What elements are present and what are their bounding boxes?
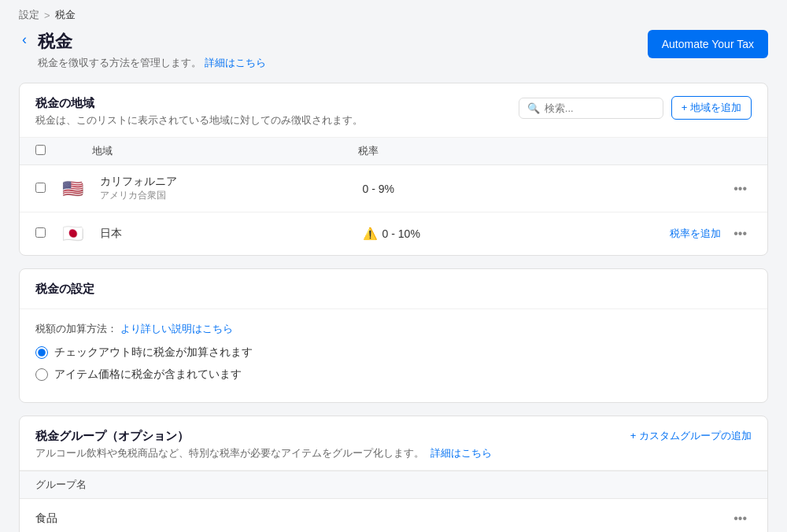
region-info-japan: 日本 <box>94 227 353 241</box>
region-name: 日本 <box>100 227 353 241</box>
search-icon: 🔍 <box>527 102 540 114</box>
add-region-button[interactable]: + 地域を追加 <box>671 96 752 120</box>
groups-desc-link[interactable]: 詳細はこちら <box>430 447 492 459</box>
row-actions-california: ••• <box>625 180 752 198</box>
more-options-button[interactable]: ••• <box>729 510 752 527</box>
more-options-button[interactable]: ••• <box>729 180 752 198</box>
page-header-left: ‹ 税金 税金を徴収する方法を管理します。 詳細はこちら <box>19 30 266 70</box>
search-box: 🔍 <box>519 98 663 119</box>
region-sub: アメリカ合衆国 <box>100 189 353 202</box>
radio-label-2: アイテム価格に税金が含まれています <box>54 368 242 382</box>
row-rate-california: 0 - 9% <box>363 183 616 195</box>
tax-settings-card: 税金の設定 税額の加算方法： より詳しい説明はこちら チェックアウト時に税金が加… <box>19 268 768 403</box>
tax-regions-title-group: 税金の地域 税金は、このリストに表示されている地域に対してのみ徴収されます。 <box>35 96 363 127</box>
tax-groups-card: 税金グループ（オプション） アルコール飲料や免税商品など、特別な税率が必要なアイ… <box>19 416 768 532</box>
rate-value: 0 - 10% <box>382 227 420 240</box>
radio-option-2[interactable]: アイテム価格に税金が含まれています <box>35 368 752 382</box>
breadcrumb-separator: > <box>44 9 50 21</box>
calc-detail-link[interactable]: より詳しい説明はこちら <box>120 323 233 334</box>
page-subtitle-link[interactable]: 詳細はこちら <box>205 57 266 68</box>
page-subtitle-text: 税金を徴収する方法を管理します。 <box>38 57 201 68</box>
list-item: 食品 ••• <box>20 499 767 532</box>
tax-settings-body: 税額の加算方法： より詳しい説明はこちら チェックアウト時に税金が加算されます … <box>20 309 767 402</box>
table-row: 🇯🇵 日本 ⚠️ 0 - 10% 税率を追加 ••• <box>20 212 767 255</box>
groups-header-row: 税金グループ（オプション） アルコール飲料や免税商品など、特別な税率が必要なアイ… <box>35 429 752 460</box>
regions-table-head: 地域 税率 <box>20 138 767 165</box>
flag-us: 🇺🇸 <box>61 177 84 201</box>
tax-regions-header-row: 税金の地域 税金は、このリストに表示されている地域に対してのみ徴収されます。 🔍… <box>35 96 752 127</box>
more-options-button[interactable]: ••• <box>729 225 752 242</box>
groups-title-group: 税金グループ（オプション） アルコール飲料や免税商品など、特別な税率が必要なアイ… <box>35 429 492 460</box>
tax-regions-actions: 🔍 + 地域を追加 <box>519 96 752 120</box>
radio-checkout[interactable] <box>35 346 48 359</box>
calc-label-text: 税額の加算方法： <box>35 323 117 334</box>
tax-settings-title: 税金の設定 <box>35 282 752 297</box>
radio-included[interactable] <box>35 368 48 381</box>
tax-settings-header: 税金の設定 <box>20 269 767 309</box>
groups-desc-text: アルコール飲料や免税商品など、特別な税率が必要なアイテムをグループ化します。 <box>35 447 424 459</box>
tax-regions-desc: 税金は、このリストに表示されている地域に対してのみ徴収されます。 <box>35 113 363 127</box>
tax-groups-desc: アルコール飲料や免税商品など、特別な税率が必要なアイテムをグループ化します。 詳… <box>35 446 492 460</box>
automate-tax-button[interactable]: Automate Your Tax <box>648 30 768 58</box>
main-content: 税金の地域 税金は、このリストに表示されている地域に対してのみ徴収されます。 🔍… <box>0 83 787 532</box>
breadcrumb-parent[interactable]: 設定 <box>19 8 39 22</box>
flag-jp: 🇯🇵 <box>61 222 84 246</box>
col-rate-header: 税率 <box>358 144 615 158</box>
head-check <box>35 145 51 157</box>
table-row: 🇺🇸 カリフォルニア アメリカ合衆国 0 - 9% ••• <box>20 165 767 212</box>
breadcrumb: 設定 > 税金 <box>0 0 787 27</box>
row-rate-japan: ⚠️ 0 - 10% <box>363 227 616 241</box>
tax-regions-card: 税金の地域 税金は、このリストに表示されている地域に対してのみ徴収されます。 🔍… <box>19 83 768 256</box>
page-subtitle: 税金を徴収する方法を管理します。 詳細はこちら <box>38 56 266 70</box>
region-name: カリフォルニア <box>100 175 353 189</box>
page-header: ‹ 税金 税金を徴収する方法を管理します。 詳細はこちら Automate Yo… <box>0 27 787 83</box>
calc-method-label: 税額の加算方法： より詳しい説明はこちら <box>35 322 752 336</box>
groups-table-head: グループ名 <box>20 471 767 499</box>
row-checkbox-1[interactable] <box>35 183 51 195</box>
tax-groups-header: 税金グループ（オプション） アルコール飲料や免税商品など、特別な税率が必要なアイ… <box>20 416 767 471</box>
select-all-checkbox[interactable] <box>35 145 46 155</box>
back-button[interactable]: ‹ <box>19 31 30 48</box>
tax-groups-title: 税金グループ（オプション） <box>35 429 492 444</box>
page-title-group: 税金 税金を徴収する方法を管理します。 詳細はこちら <box>38 30 266 70</box>
radio-option-1[interactable]: チェックアウト時に税金が加算されます <box>35 345 752 360</box>
group-name: 食品 <box>35 512 57 526</box>
page-title: 税金 <box>38 30 266 54</box>
group-col-header: グループ名 <box>35 478 87 490</box>
radio-label-1: チェックアウト時に税金が加算されます <box>54 345 253 360</box>
add-tax-rate-link[interactable]: 税率を追加 <box>670 227 721 241</box>
breadcrumb-current: 税金 <box>55 8 76 22</box>
row-actions-japan: 税率を追加 ••• <box>625 225 752 242</box>
tax-regions-header: 税金の地域 税金は、このリストに表示されている地域に対してのみ徴収されます。 🔍… <box>20 83 767 138</box>
tax-regions-title: 税金の地域 <box>35 96 363 111</box>
rate-value: 0 - 9% <box>363 183 394 195</box>
row-checkbox-2[interactable] <box>35 227 51 240</box>
search-input[interactable] <box>545 102 655 114</box>
warning-icon: ⚠️ <box>363 227 378 241</box>
region-info-california: カリフォルニア アメリカ合衆国 <box>94 175 353 202</box>
col-region-header: 地域 <box>61 144 349 158</box>
add-custom-group-button[interactable]: + カスタムグループの追加 <box>630 429 752 443</box>
